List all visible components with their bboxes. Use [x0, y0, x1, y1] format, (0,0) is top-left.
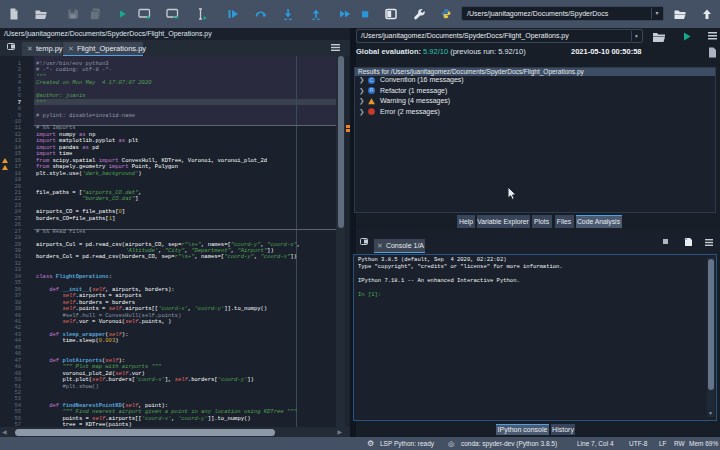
svg-text:R: R	[369, 88, 373, 94]
svg-text:C: C	[369, 77, 373, 83]
